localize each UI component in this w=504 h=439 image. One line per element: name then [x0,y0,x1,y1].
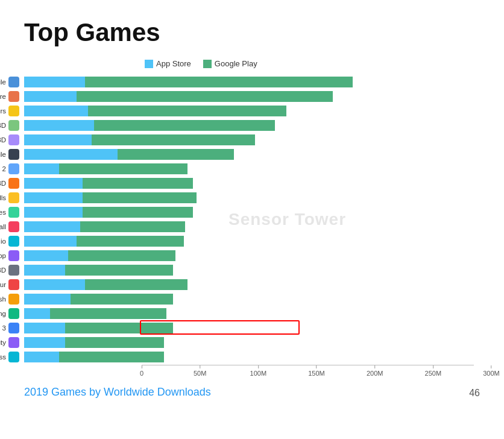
game-icon [8,106,19,116]
googleplay-bar [59,163,187,174]
x-axis: 050M100M150M200M250M300M [142,365,474,380]
bar-group [24,221,185,232]
appstore-bar [24,236,77,247]
game-icon [8,149,19,160]
game-label: Call of Duty: Mobile [0,149,24,160]
appstore-bar [24,149,118,160]
googleplay-bar [65,337,164,348]
appstore-legend-label: App Store [156,59,191,68]
appstore-bar [24,308,50,319]
game-icon [8,337,19,348]
x-tick: 300M [483,365,500,377]
game-label: Garena Free Fire [0,91,24,102]
table-row: Homescapes [24,206,480,219]
game-label: Tiles Hop [0,250,24,261]
bar-group [24,236,184,247]
x-tick: 50M [194,365,206,377]
appstore-bar [24,207,83,218]
table-row: Subway Surfers [24,104,480,118]
appstore-bar [24,221,80,232]
googleplay-bar [85,279,187,290]
googleplay-bar [77,236,184,247]
appstore-bar [24,294,71,305]
game-label: Stack Ball [0,221,24,232]
googleplay-bar [88,106,286,116]
game-label: Candy Crush [0,294,24,305]
bar-group [24,308,166,319]
game-label: Ludo King [0,308,24,319]
table-row: Run Race 3D [24,177,480,190]
googleplay-legend-label: Google Play [215,59,257,68]
table-row: PUBG Mobile [24,75,480,89]
footer: 2019 Games by Worldwide Downloads 46 [24,386,480,399]
x-tick: 200M [367,365,383,377]
chart-area: Sensor Tower PUBG MobileGarena Free Fire… [24,75,480,380]
game-icon [8,120,19,131]
googleplay-legend-box [203,60,212,68]
appstore-bar [24,192,83,203]
appstore-bar [24,265,65,276]
game-icon [8,207,19,218]
table-row: Ludo King [24,307,480,320]
game-label: Fun Race 3D [0,120,24,131]
game-icon [8,323,19,333]
appstore-bar [24,163,59,174]
legend-googleplay: Google Play [203,59,257,68]
bar-group [24,106,286,116]
appstore-bar [24,352,59,362]
googleplay-bar [83,207,194,218]
bar-group [24,250,175,261]
table-row: Magic Tiles 3 [24,321,480,335]
googleplay-bar [71,294,173,305]
appstore-bar [24,91,77,102]
chart-legend: App Store Google Play [145,59,480,68]
table-row: ColorBump 3D [24,133,480,147]
table-row: Sand Balls [24,191,480,204]
game-label: Sand Balls [0,192,24,203]
appstore-bar [24,77,85,87]
game-icon [8,77,19,87]
googleplay-bar [65,323,174,333]
game-label: Magic Tiles 3 [0,323,24,333]
bar-group [24,120,275,131]
game-label: Sniper 3D [0,265,24,276]
game-icon [8,221,19,232]
googleplay-bar [85,77,353,87]
bar-group [24,337,164,348]
table-row: Call of Duty: Mobile [24,148,480,161]
game-icon [8,308,19,319]
appstore-bar [24,323,65,333]
x-tick: 250M [425,365,442,377]
bar-group [24,294,173,305]
rows-wrapper: Sensor Tower PUBG MobileGarena Free Fire… [24,75,480,364]
footer-page: 46 [469,388,480,399]
legend-appstore: App Store [145,59,191,68]
game-label: Crowd City [0,337,24,348]
game-icon [8,279,19,290]
game-icon [8,192,19,203]
googleplay-bar [68,250,175,261]
game-icon [8,178,19,189]
bar-group [24,352,164,362]
googleplay-bar [92,134,255,145]
googleplay-bar [50,308,166,319]
table-row: Crowd City [24,336,480,349]
table-row: Mario Kart Tour [24,278,480,291]
game-icon [8,236,19,247]
table-row: Garena Free Fire [24,90,480,103]
appstore-bar [24,178,83,189]
x-tick: 100M [250,365,267,377]
bar-group [24,134,255,145]
game-icon [8,163,19,174]
game-label: Run Race 3D [0,178,24,189]
googleplay-bar [65,265,174,276]
table-row: Fun Race 3D [24,119,480,132]
appstore-bar [24,120,94,131]
appstore-legend-box [145,60,153,68]
x-tick: 150M [308,365,325,377]
table-row: Happy Glass [24,350,480,364]
bar-group [24,163,187,174]
table-row: My Talking Tom 2 [24,162,480,175]
game-icon [8,352,19,362]
game-icon [8,294,19,305]
